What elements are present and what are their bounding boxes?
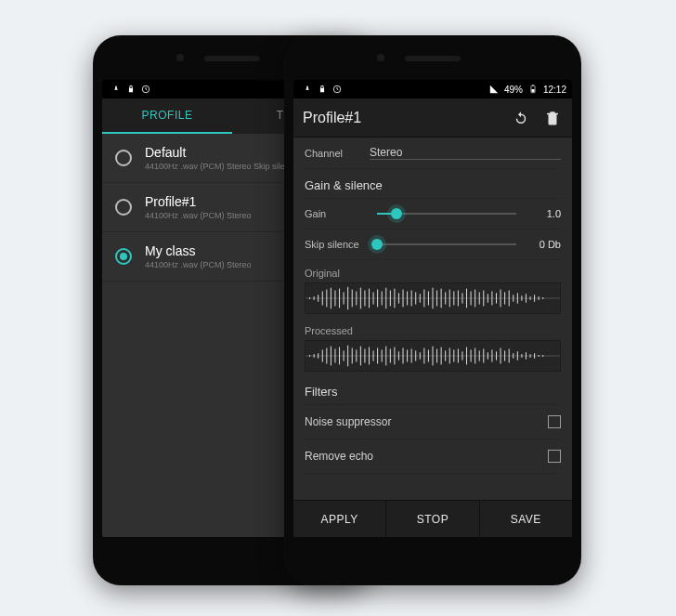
save-label: SAVE (511, 513, 541, 526)
battery-text: 49% (504, 85, 523, 95)
profile-title: Profile#1 (145, 194, 252, 209)
stop-label: STOP (417, 513, 448, 526)
waveform-original-label: Original (305, 260, 561, 282)
status-bar: 49% 12:12 (293, 80, 572, 98)
svg-rect-3 (532, 89, 535, 92)
pin-icon (111, 85, 121, 94)
waveform-processed (305, 340, 561, 372)
checkbox-icon[interactable] (548, 415, 561, 428)
radio-icon[interactable] (115, 199, 132, 216)
filter-noise-label: Noise suppressor (305, 415, 391, 428)
page-title: Profile#1 (303, 110, 361, 126)
signal-icon (489, 85, 499, 94)
skip-silence-value: 0 Db (529, 239, 561, 250)
apply-label: APPLY (321, 513, 358, 526)
profile-title: Default (145, 145, 298, 160)
section-gain-silence: Gain & silence (305, 169, 561, 199)
stop-button[interactable]: STOP (386, 501, 479, 537)
clock-icon (141, 85, 150, 94)
waveform-original (305, 282, 561, 314)
save-button[interactable]: SAVE (480, 501, 572, 537)
gain-label: Gain (305, 208, 364, 219)
skip-silence-slider[interactable] (377, 243, 516, 245)
title-bar: Profile#1 (293, 98, 572, 138)
gain-slider[interactable] (377, 213, 516, 215)
lock-icon (318, 85, 327, 94)
clock-text: 12:12 (543, 85, 566, 95)
lock-icon (126, 85, 136, 94)
delete-icon[interactable] (542, 108, 563, 128)
gain-value: 1.0 (529, 208, 561, 219)
tab-profile-label: PROFILE (142, 109, 193, 122)
pin-icon (303, 85, 312, 94)
waveform-processed-label: Processed (305, 318, 561, 340)
radio-icon[interactable] (115, 150, 132, 166)
filter-echo-label: Remove echo (305, 450, 373, 463)
profile-title: My class (145, 243, 252, 258)
filter-remove-echo[interactable]: Remove echo (305, 439, 561, 474)
phone-mock-right: 49% 12:12 Profile#1 Channel Stereo (284, 35, 581, 585)
tab-profile[interactable]: PROFILE (102, 98, 232, 134)
restore-icon[interactable] (511, 108, 531, 128)
clock-icon (332, 85, 342, 94)
gain-row: Gain 1.0 (305, 199, 561, 229)
apply-button[interactable]: APPLY (293, 501, 386, 537)
profile-subtitle: 44100Hz .wav (PCM) Stereo (145, 211, 252, 220)
checkbox-icon[interactable] (548, 450, 561, 463)
channel-label: Channel (305, 148, 370, 159)
channel-value[interactable]: Stereo (370, 146, 561, 160)
radio-icon-selected[interactable] (115, 248, 132, 265)
svg-rect-4 (532, 85, 534, 85)
profile-subtitle: 44100Hz .wav (PCM) Stereo (145, 260, 252, 269)
battery-icon (528, 85, 538, 94)
filter-noise-suppressor[interactable]: Noise suppressor (305, 405, 561, 439)
skip-silence-label: Skip silence (305, 239, 364, 250)
skip-silence-row: Skip silence 0 Db (305, 229, 561, 260)
section-filters: Filters (305, 375, 561, 405)
profile-subtitle: 44100Hz .wav (PCM) Stereo Skip silence (145, 162, 298, 171)
